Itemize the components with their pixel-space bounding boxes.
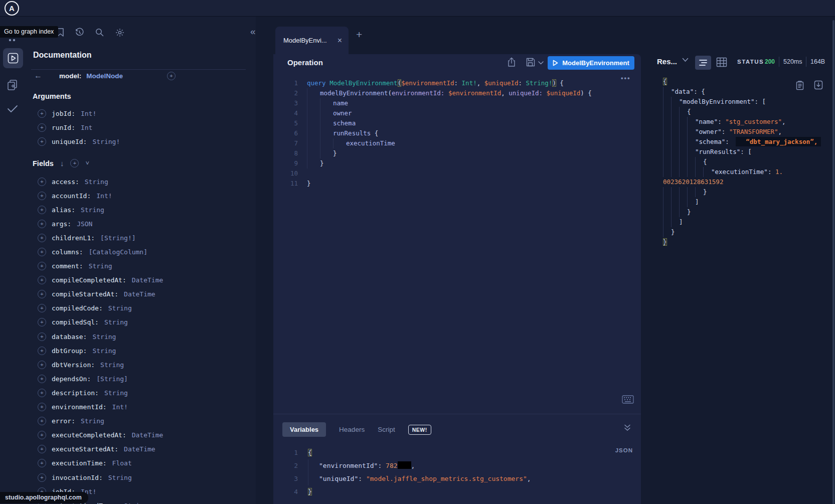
response-tree-view-button[interactable] [695, 56, 711, 70]
field-type[interactable]: String [124, 502, 147, 504]
doc-field-row[interactable]: +executionTime:Float [0, 456, 256, 470]
add-field-button[interactable]: + [38, 192, 46, 200]
doc-field-row[interactable]: +description:String [0, 386, 256, 400]
field-type[interactable]: String [92, 333, 116, 341]
sort-fields-icon[interactable]: ↓ [60, 159, 64, 167]
add-field-button[interactable]: + [38, 403, 46, 411]
fields-chevron-icon[interactable]: ˅ [85, 159, 89, 167]
collapse-variables-chevrons-icon[interactable] [623, 424, 631, 432]
save-dropdown-chevron-icon[interactable] [538, 61, 544, 65]
doc-field-row[interactable]: +args:JSON [0, 217, 256, 231]
field-type[interactable]: String [85, 178, 108, 186]
add-field-button[interactable]: + [38, 375, 46, 383]
response-dropdown-chevron-icon[interactable] [682, 58, 689, 62]
doc-field-row[interactable]: +access:String [0, 175, 256, 189]
window-scrollbar[interactable] [832, 20, 834, 504]
operation-menu-icon[interactable]: ••• [621, 74, 631, 82]
field-type[interactable]: String [89, 262, 112, 270]
add-field-button[interactable]: + [38, 220, 46, 228]
doc-field-row[interactable]: +compiledSql:String [0, 315, 256, 329]
doc-type-link[interactable]: ModelNode [86, 72, 123, 80]
doc-field-row[interactable]: +executeStartedAt:DateTime [0, 442, 256, 456]
doc-field-row[interactable]: +columns:[CatalogColumn] [0, 245, 256, 259]
doc-field-row[interactable]: +dbtGroup:String [0, 344, 256, 358]
save-operation-icon[interactable] [526, 57, 536, 67]
doc-field-row[interactable]: +compileStartedAt:DateTime [0, 287, 256, 301]
new-tab-button[interactable]: + [356, 29, 362, 41]
collapse-doc-panel-icon[interactable]: « [250, 26, 256, 37]
doc-field-row[interactable]: +environmentId:Int! [0, 400, 256, 414]
doc-field-row[interactable]: +database:String [0, 329, 256, 344]
add-type-button[interactable]: + [167, 72, 176, 80]
field-type[interactable]: DateTime [124, 445, 155, 453]
add-field-button[interactable]: + [38, 459, 46, 467]
tab-headers[interactable]: Headers [339, 426, 365, 433]
field-type[interactable]: DateTime [132, 276, 163, 284]
field-type[interactable]: [String!] [100, 234, 135, 242]
doc-field-row[interactable]: +jobId:Int! [0, 106, 256, 120]
field-type[interactable]: String! [92, 138, 120, 145]
explorer-play-icon[interactable] [8, 53, 19, 64]
field-type[interactable]: String [104, 389, 128, 397]
field-type[interactable]: String [104, 318, 128, 326]
field-type[interactable]: String [81, 206, 104, 214]
add-field-button[interactable]: + [38, 304, 46, 312]
history-icon[interactable] [75, 28, 84, 37]
doc-field-row[interactable]: +comment:String [0, 259, 256, 273]
doc-field-row[interactable]: +compileCompletedAt:DateTime [0, 273, 256, 287]
add-field-button[interactable]: + [38, 206, 46, 214]
search-icon[interactable] [95, 28, 104, 37]
add-all-fields-button[interactable]: + [70, 159, 79, 167]
field-type[interactable]: Int [81, 124, 92, 131]
add-field-button[interactable]: + [38, 445, 46, 453]
add-field-button[interactable]: + [38, 332, 46, 341]
response-json[interactable]: {"data": {"modelByEnvironment": [{"name"… [663, 77, 821, 247]
tab-modelbyenvironment[interactable]: ModelByEnvi... × [275, 27, 349, 54]
doc-field-row[interactable]: +executeCompletedAt:DateTime [0, 428, 256, 442]
doc-field-row[interactable]: +childrenL1:[String!] [0, 231, 256, 245]
doc-field-row[interactable]: +uniqueId:String! [0, 134, 256, 148]
add-field-button[interactable]: + [38, 347, 46, 355]
response-panel-title[interactable]: Res... [657, 57, 677, 66]
doc-field-row[interactable]: +dependsOn:[String] [0, 372, 256, 386]
doc-field-row[interactable]: +compiledCode:String [0, 301, 256, 315]
tab-variables[interactable]: Variables [282, 422, 326, 437]
add-field-button[interactable]: + [38, 109, 46, 118]
explorer-settings-gear-icon[interactable] [115, 28, 125, 38]
response-table-view-icon[interactable] [716, 57, 727, 67]
add-field-button[interactable]: + [38, 276, 46, 284]
tab-script[interactable]: Script [378, 426, 395, 433]
field-type[interactable]: [CatalogColumn] [89, 248, 147, 256]
doc-field-row[interactable]: +alias:String [0, 203, 256, 217]
add-field-button[interactable]: + [38, 431, 46, 439]
doc-field-row[interactable]: +accountId:Int! [0, 189, 256, 203]
add-field-button[interactable]: + [38, 262, 46, 270]
keyboard-shortcuts-icon[interactable] [622, 395, 634, 404]
add-field-button[interactable]: + [38, 123, 46, 132]
share-operation-icon[interactable] [507, 57, 517, 68]
field-type[interactable]: String [81, 417, 104, 425]
field-type[interactable]: DateTime [132, 431, 163, 439]
field-type[interactable]: String [108, 474, 132, 481]
field-type[interactable]: Int! [81, 110, 96, 117]
add-field-button[interactable]: + [38, 389, 46, 397]
field-type[interactable]: String [92, 347, 116, 355]
doc-field-row[interactable]: +dbtVersion:String [0, 358, 256, 372]
field-type[interactable]: String [100, 361, 124, 369]
add-field-button[interactable]: + [38, 178, 46, 186]
add-field-button[interactable]: + [38, 417, 46, 425]
field-type[interactable]: Int! [96, 192, 112, 200]
field-type[interactable]: String [108, 304, 132, 312]
add-field-button[interactable]: + [38, 318, 46, 326]
field-type[interactable]: DateTime [124, 290, 155, 298]
schema-docs-icon[interactable] [7, 79, 19, 91]
add-field-button[interactable]: + [38, 290, 46, 298]
field-type[interactable]: Int! [112, 403, 128, 411]
field-type[interactable]: JSON [77, 220, 92, 228]
doc-field-row[interactable]: +error:String [0, 414, 256, 428]
field-type[interactable]: [String] [96, 375, 128, 383]
add-field-button[interactable]: + [38, 473, 46, 482]
apollo-logo-icon[interactable]: A [5, 1, 19, 16]
add-field-button[interactable]: + [38, 248, 46, 256]
run-operation-button[interactable]: ModelByEnvironment [548, 56, 634, 70]
